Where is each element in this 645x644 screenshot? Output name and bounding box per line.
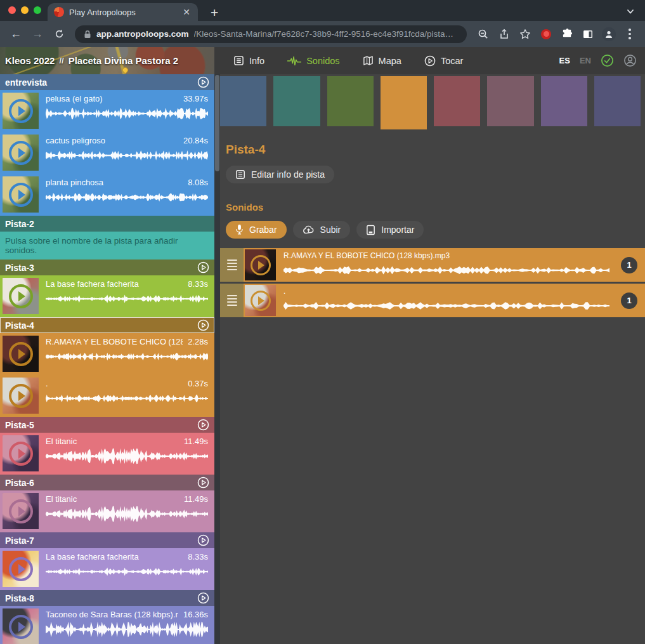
- sound-clip[interactable]: .0.37s: [0, 375, 214, 417]
- sidebar-track-header-pista-2[interactable]: Pista-2: [0, 216, 214, 232]
- sidebar-track-header-entrevista[interactable]: entrevista: [0, 74, 214, 90]
- tab-close-icon[interactable]: ✕: [181, 7, 192, 17]
- sound-clip[interactable]: planta pinchosa8.08s: [0, 174, 214, 216]
- clip-thumbnail[interactable]: [3, 493, 39, 529]
- track-play-icon[interactable]: [197, 319, 209, 331]
- track-play-icon[interactable]: [197, 592, 209, 604]
- clip-thumbnail[interactable]: [3, 278, 39, 314]
- clip-waveform[interactable]: [46, 147, 208, 164]
- browser-tab[interactable]: Play Antropoloops ✕: [48, 3, 198, 21]
- sidebar-track-header-pista-5[interactable]: Pista-5: [0, 417, 214, 433]
- play-button-overlay-icon[interactable]: [9, 442, 33, 466]
- track-tile-6[interactable]: [487, 76, 533, 126]
- profile-avatar-icon[interactable]: [600, 25, 618, 43]
- new-tab-button[interactable]: +: [211, 6, 218, 19]
- remix-cover-photo[interactable]: Kleos 2022 // Placeta Divina Pastora 2: [0, 47, 214, 74]
- clip-waveform[interactable]: [46, 189, 208, 206]
- zoom-out-icon[interactable]: [474, 25, 492, 43]
- sidebar-track-header-pista-8[interactable]: Pista-8: [0, 590, 214, 606]
- sidebar-track-header-pista-7[interactable]: Pista-7: [0, 532, 214, 548]
- clip-waveform[interactable]: [46, 448, 208, 464]
- nav-item-sonidos[interactable]: Sonidos: [287, 56, 339, 66]
- clip-thumbnail[interactable]: [3, 378, 39, 414]
- sound-clip[interactable]: La base fachera facherita8.33s: [0, 548, 214, 590]
- window-close-button[interactable]: [8, 6, 16, 14]
- track-play-icon[interactable]: [197, 76, 209, 88]
- play-button-overlay-icon[interactable]: [9, 615, 33, 639]
- nav-item-tocar[interactable]: Tocar: [424, 55, 463, 67]
- forward-button[interactable]: →: [28, 25, 47, 44]
- clip-thumbnail[interactable]: [3, 435, 39, 471]
- play-button-overlay-icon[interactable]: [9, 99, 33, 123]
- account-icon[interactable]: [623, 54, 637, 67]
- back-button[interactable]: ←: [6, 25, 25, 44]
- play-button-overlay-icon[interactable]: [9, 384, 33, 408]
- record-button[interactable]: Grabar: [226, 221, 287, 239]
- drag-handle[interactable]: [220, 248, 244, 282]
- clip-thumbnail[interactable]: [3, 336, 39, 372]
- clip-thumbnail[interactable]: [3, 135, 39, 171]
- clip-thumbnail[interactable]: [3, 608, 39, 644]
- bookmark-star-icon[interactable]: [516, 25, 534, 43]
- sound-clip[interactable]: El titanic11.49s: [0, 433, 214, 475]
- clip-waveform[interactable]: [46, 563, 208, 580]
- sound-clip[interactable]: cactus peligroso20.84s: [0, 132, 214, 174]
- sidebar-scrollbar-thumb[interactable]: [215, 75, 219, 171]
- play-button-overlay-icon[interactable]: [9, 141, 33, 165]
- track-tile-3[interactable]: [327, 76, 374, 126]
- sound-clip[interactable]: R.AMAYA Y EL BOBOTE CHICO (128 kbps)....…: [0, 333, 214, 375]
- play-button-overlay-icon[interactable]: [9, 557, 33, 581]
- track-play-icon[interactable]: [197, 476, 209, 489]
- breadcrumb-track[interactable]: Placeta Divina Pastora 2: [68, 55, 178, 66]
- side-panel-icon[interactable]: [579, 25, 597, 43]
- record-extension-icon[interactable]: [537, 25, 555, 43]
- clip-thumbnail[interactable]: [3, 93, 39, 129]
- tab-search-chevron-icon[interactable]: [626, 7, 635, 16]
- track-tile-2[interactable]: [273, 76, 320, 126]
- track-tile-7[interactable]: [541, 76, 587, 126]
- sound-thumbnail[interactable]: [245, 285, 276, 316]
- clip-waveform[interactable]: [46, 621, 208, 638]
- nav-item-mapa[interactable]: Mapa: [363, 55, 401, 66]
- browser-menu-kebab-icon[interactable]: [621, 25, 639, 43]
- lang-en-button[interactable]: EN: [580, 56, 591, 65]
- import-button[interactable]: Importar: [356, 221, 424, 239]
- share-icon[interactable]: [495, 25, 513, 43]
- reload-button[interactable]: [49, 25, 68, 44]
- clip-thumbnail[interactable]: [3, 176, 39, 213]
- window-zoom-button[interactable]: [34, 6, 41, 14]
- track-tile-8[interactable]: [594, 76, 641, 126]
- upload-button[interactable]: Subir: [293, 221, 351, 239]
- sidebar-scrollbar[interactable]: [214, 74, 220, 644]
- extensions-puzzle-icon[interactable]: [558, 25, 576, 43]
- sound-waveform[interactable]: [283, 262, 609, 279]
- track-tile-5[interactable]: [434, 76, 480, 126]
- track-play-icon[interactable]: [197, 261, 209, 273]
- play-button-overlay-icon[interactable]: [9, 284, 33, 308]
- sidebar-track-header-pista-4[interactable]: Pista-4: [0, 317, 214, 333]
- breadcrumb-project[interactable]: Kleos 2022: [5, 55, 55, 66]
- play-button-overlay-icon[interactable]: [251, 291, 271, 311]
- track-tile-4[interactable]: [381, 76, 427, 129]
- play-button-overlay-icon[interactable]: [9, 183, 33, 207]
- sidebar-track-header-pista-6[interactable]: Pista-6: [0, 475, 214, 490]
- lang-es-button[interactable]: ES: [559, 56, 570, 65]
- nav-item-info[interactable]: Info: [233, 55, 264, 66]
- clip-waveform[interactable]: [46, 291, 208, 307]
- play-button-overlay-icon[interactable]: [9, 499, 33, 523]
- sound-waveform[interactable]: [283, 298, 609, 314]
- play-button-overlay-icon[interactable]: [9, 342, 33, 366]
- sound-clip[interactable]: La base fachera facherita8.33s: [0, 275, 214, 317]
- track-play-icon[interactable]: [197, 419, 209, 431]
- edit-track-info-button[interactable]: Editar info de pista: [226, 166, 334, 183]
- clip-thumbnail[interactable]: [3, 551, 39, 587]
- window-minimize-button[interactable]: [21, 6, 29, 14]
- track-tile-1[interactable]: [220, 76, 266, 126]
- track-play-icon[interactable]: [197, 534, 209, 546]
- clip-waveform[interactable]: [46, 390, 208, 407]
- clip-waveform[interactable]: [46, 105, 208, 122]
- clip-waveform[interactable]: [46, 348, 208, 365]
- sidebar-track-header-pista-3[interactable]: Pista-3: [0, 260, 214, 275]
- clip-waveform[interactable]: [46, 506, 208, 522]
- sound-clip[interactable]: El titanic11.49s: [0, 490, 214, 532]
